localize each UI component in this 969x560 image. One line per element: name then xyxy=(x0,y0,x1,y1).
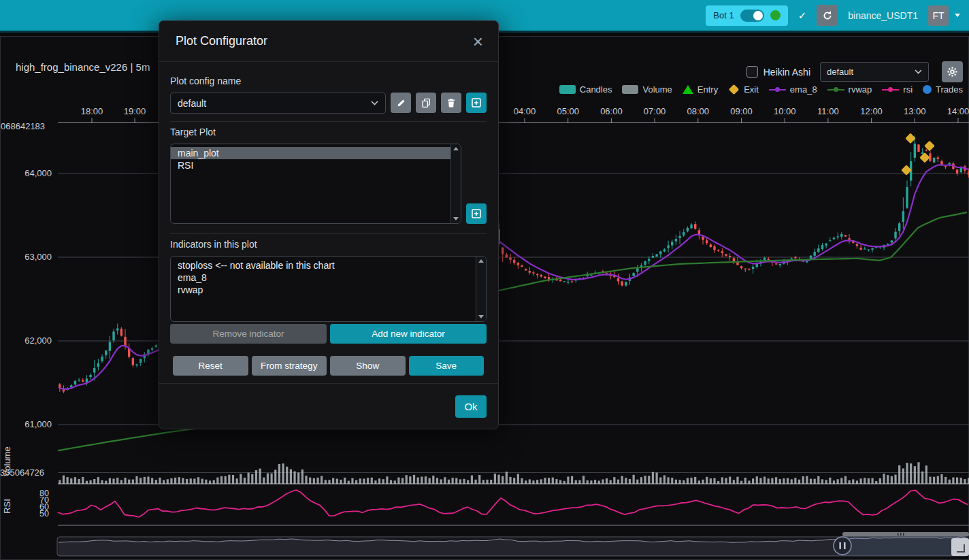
svg-text:068642183: 068642183 xyxy=(1,121,45,131)
bot-toggle[interactable] xyxy=(740,10,764,22)
check-icon: ✓ xyxy=(798,10,807,22)
plot-config-name-label: Plot config name xyxy=(170,76,487,86)
scrollbar[interactable] xyxy=(450,144,461,223)
trash-icon xyxy=(446,98,456,108)
modal-body: Plot config name default xyxy=(159,62,498,376)
svg-text:61,000: 61,000 xyxy=(24,419,52,429)
chevron-down-icon[interactable] xyxy=(955,14,960,17)
exit-marker-icon xyxy=(924,141,935,152)
exit-marker-icon xyxy=(905,133,916,144)
plot-configurator-modal: Plot Configurator × Plot config name def… xyxy=(159,20,499,429)
scroll-down-icon[interactable] xyxy=(453,217,459,220)
svg-text:09:00: 09:00 xyxy=(730,106,753,116)
indicator-item[interactable]: ema_8 xyxy=(171,271,476,284)
svg-text:04:00: 04:00 xyxy=(514,106,536,116)
save-button[interactable]: Save xyxy=(409,356,484,376)
indicator-item[interactable]: stoploss <-- not available in this chart xyxy=(171,259,476,271)
svg-text:14:00: 14:00 xyxy=(947,106,969,116)
refresh-icon xyxy=(822,10,833,21)
horizontal-scrollbar[interactable] xyxy=(842,532,969,537)
target-plot-row: main_plotRSI xyxy=(170,144,487,224)
remove-indicator-button[interactable]: Remove indicator xyxy=(170,324,327,344)
exit-marker-icon xyxy=(919,152,930,163)
show-button[interactable]: Show xyxy=(330,356,406,376)
config-name-row: default xyxy=(170,93,487,112)
indicators-listbox[interactable]: stoploss <-- not available in this chart… xyxy=(170,256,487,322)
plus-square-icon xyxy=(471,97,482,108)
svg-text:10:00: 10:00 xyxy=(774,106,796,116)
scroll-down-icon[interactable] xyxy=(478,315,484,318)
svg-text:18:00: 18:00 xyxy=(81,106,103,116)
svg-text:12:00: 12:00 xyxy=(860,106,883,116)
duplicate-config-button[interactable] xyxy=(416,93,436,113)
chevron-down-icon xyxy=(371,101,378,105)
svg-text:50: 50 xyxy=(39,509,49,518)
refresh-button[interactable] xyxy=(817,5,838,26)
svg-text:05:00: 05:00 xyxy=(557,106,579,116)
svg-text:13:00: 13:00 xyxy=(904,106,926,116)
from-strategy-button[interactable]: From strategy xyxy=(252,356,327,376)
svg-text:64,000: 64,000 xyxy=(24,168,52,178)
delete-config-button[interactable] xyxy=(441,93,461,113)
modal-footer: Ok xyxy=(159,383,498,429)
indicators-label: Indicators in this plot xyxy=(170,239,487,250)
scrollbar[interactable] xyxy=(476,257,486,321)
resize-handle[interactable] xyxy=(951,538,969,556)
modal-header: Plot Configurator × xyxy=(159,21,498,62)
svg-text:11:00: 11:00 xyxy=(817,106,839,116)
bot-online-indicator xyxy=(770,10,781,20)
target-plot-item[interactable]: main_plot xyxy=(171,147,450,159)
target-plot-item[interactable]: RSI xyxy=(171,159,450,171)
svg-text:Volume: Volume xyxy=(2,446,12,476)
svg-text:08:00: 08:00 xyxy=(687,106,710,116)
config-name-select[interactable]: default xyxy=(170,93,386,114)
indicator-item[interactable]: rvwap xyxy=(171,284,476,296)
plus-square-icon xyxy=(471,208,482,219)
close-icon[interactable]: × xyxy=(473,33,483,50)
reset-button[interactable]: Reset xyxy=(173,356,248,376)
svg-text:19:00: 19:00 xyxy=(124,106,146,116)
add-plot-button[interactable] xyxy=(466,203,487,224)
modal-title: Plot Configurator xyxy=(176,34,267,48)
svg-text:RSI: RSI xyxy=(2,499,12,514)
config-name-select-value: default xyxy=(178,98,206,109)
indicator-items: stoploss <-- not available in this chart… xyxy=(171,257,486,296)
indicator-actions-row: Remove indicator Add new indicator xyxy=(170,324,487,344)
scroll-up-icon[interactable] xyxy=(453,147,459,150)
copy-icon xyxy=(421,98,431,108)
config-actions-row: Reset From strategy Show Save xyxy=(170,356,487,376)
ok-button[interactable]: Ok xyxy=(455,395,487,418)
svg-text:62,000: 62,000 xyxy=(24,335,52,346)
user-avatar[interactable]: FT xyxy=(928,5,949,26)
rename-config-button[interactable] xyxy=(391,93,411,113)
bot-selector-button[interactable]: Bot 1 xyxy=(706,5,787,26)
scroll-up-icon[interactable] xyxy=(478,259,484,263)
toggle-knob xyxy=(753,11,763,20)
target-plot-label: Target Plot xyxy=(170,127,487,137)
svg-text:06:00: 06:00 xyxy=(600,106,623,116)
target-plot-listbox[interactable]: main_plotRSI xyxy=(170,144,461,224)
divider xyxy=(170,233,487,234)
bot-name-label: Bot 1 xyxy=(713,10,734,20)
svg-text:63,000: 63,000 xyxy=(24,252,52,262)
datazoom-handle[interactable] xyxy=(834,537,851,555)
add-new-indicator-button[interactable]: Add new indicator xyxy=(330,324,487,344)
divider xyxy=(170,121,487,122)
target-plot-items: main_plotRSI xyxy=(171,144,461,171)
svg-text:07:00: 07:00 xyxy=(644,106,666,116)
pair-label[interactable]: binance_USDT1 xyxy=(848,10,918,21)
add-config-button[interactable] xyxy=(466,93,487,113)
pencil-icon xyxy=(396,98,406,108)
